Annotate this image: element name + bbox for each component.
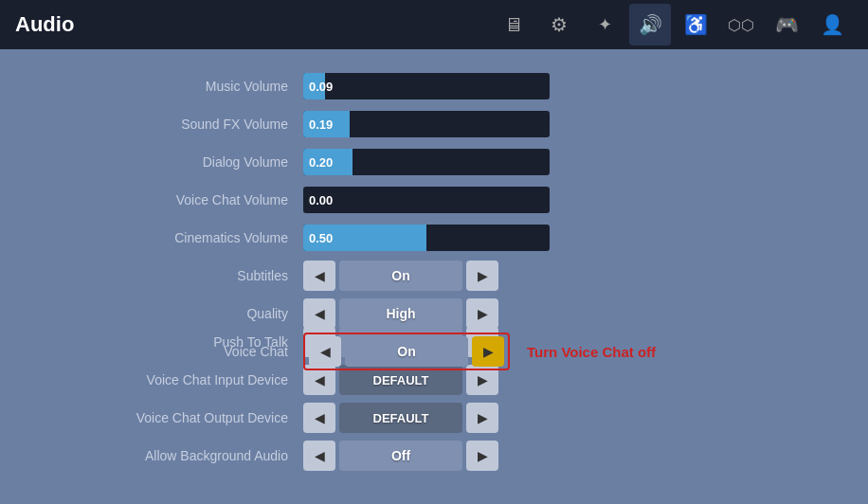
soundfx-volume-row: Sound FX Volume 0.19 [76, 106, 792, 142]
voice-input-label: Voice Chat Input Device [76, 372, 303, 387]
voicechat-volume-row: Voice Chat Volume 0.00 [76, 182, 792, 218]
nav-brightness[interactable]: ✦ [584, 4, 625, 45]
voice-chat-full-row: Voice Chat ◀ On ▶ Turn Voice Chat off [76, 333, 656, 369]
nav-volume[interactable]: 🔊 [629, 4, 671, 45]
voice-output-row: Voice Chat Output Device ◀ DEFAULT ▶ [76, 400, 792, 436]
nav-gear[interactable]: ⚙ [538, 4, 580, 45]
voice-output-value: DEFAULT [339, 403, 462, 433]
background-audio-right-btn[interactable]: ▶ [466, 441, 498, 471]
nav-accessibility[interactable]: ♿ [675, 4, 716, 45]
settings-content: Music Volume 0.09 Sound FX Volume 0.19 D… [0, 49, 868, 495]
soundfx-volume-label: Sound FX Volume [76, 117, 303, 132]
nav-monitor[interactable]: 🖥 [493, 4, 534, 45]
cinematics-volume-value: 0.50 [309, 231, 333, 245]
page-title: Audio [15, 12, 485, 37]
voicechat-volume-value: 0.00 [309, 193, 333, 207]
background-audio-label: Allow Background Audio [76, 448, 303, 463]
music-volume-value: 0.09 [309, 80, 333, 94]
voice-chat-label: Voice Chat [76, 344, 303, 359]
soundfx-volume-slider[interactable]: 0.19 [303, 111, 550, 137]
subtitles-row: Subtitles ◀ On ▶ [76, 258, 792, 294]
top-bar: Audio 🖥 ⚙ ✦ 🔊 ♿ ⬡⬡ 🎮 👤 [0, 0, 868, 49]
voice-output-selector: ◀ DEFAULT ▶ [303, 403, 498, 433]
nav-controller[interactable]: 🎮 [766, 4, 807, 45]
voice-output-left-btn[interactable]: ◀ [303, 403, 335, 433]
quality-label: Quality [76, 306, 303, 321]
subtitles-left-btn[interactable]: ◀ [303, 261, 335, 291]
dialog-volume-row: Dialog Volume 0.20 [76, 144, 792, 180]
nav-network[interactable]: ⬡⬡ [720, 4, 762, 45]
vc-right-btn-2[interactable]: ▶ [472, 336, 504, 367]
subtitles-value: On [339, 261, 462, 291]
voicechat-volume-label: Voice Chat Volume [76, 192, 303, 207]
cinematics-volume-row: Cinematics Volume 0.50 [76, 220, 792, 256]
voice-chat-bordered: ◀ On ▶ [303, 333, 510, 370]
cinematics-volume-label: Cinematics Volume [76, 230, 303, 245]
music-volume-label: Music Volume [76, 79, 303, 94]
voice-chat-hint-2: Turn Voice Chat off [527, 344, 656, 360]
subtitles-label: Subtitles [76, 268, 303, 283]
voice-output-right-btn[interactable]: ▶ [466, 403, 498, 433]
music-volume-slider[interactable]: 0.09 [303, 73, 550, 99]
cinematics-volume-slider[interactable]: 0.50 [303, 225, 550, 251]
dialog-volume-slider[interactable]: 0.20 [303, 149, 550, 175]
vc-left-btn-2[interactable]: ◀ [309, 336, 341, 367]
background-audio-value: Off [339, 441, 462, 471]
vc-value-2: On [345, 336, 468, 367]
dialog-volume-label: Dialog Volume [76, 154, 303, 170]
voicechat-volume-slider[interactable]: 0.00 [303, 187, 550, 213]
background-audio-left-btn[interactable]: ◀ [303, 441, 335, 471]
nav-icons: 🖥 ⚙ ✦ 🔊 ♿ ⬡⬡ 🎮 👤 [493, 4, 853, 45]
music-volume-row: Music Volume 0.09 [76, 68, 792, 104]
soundfx-volume-value: 0.19 [309, 117, 333, 132]
subtitles-right-btn[interactable]: ▶ [466, 261, 498, 291]
subtitles-selector: ◀ On ▶ [303, 261, 498, 291]
dialog-volume-value: 0.20 [309, 155, 333, 170]
background-audio-row: Allow Background Audio ◀ Off ▶ [76, 438, 792, 474]
voice-output-label: Voice Chat Output Device [76, 410, 303, 425]
nav-user[interactable]: 👤 [811, 4, 853, 45]
background-audio-selector: ◀ Off ▶ [303, 441, 498, 471]
